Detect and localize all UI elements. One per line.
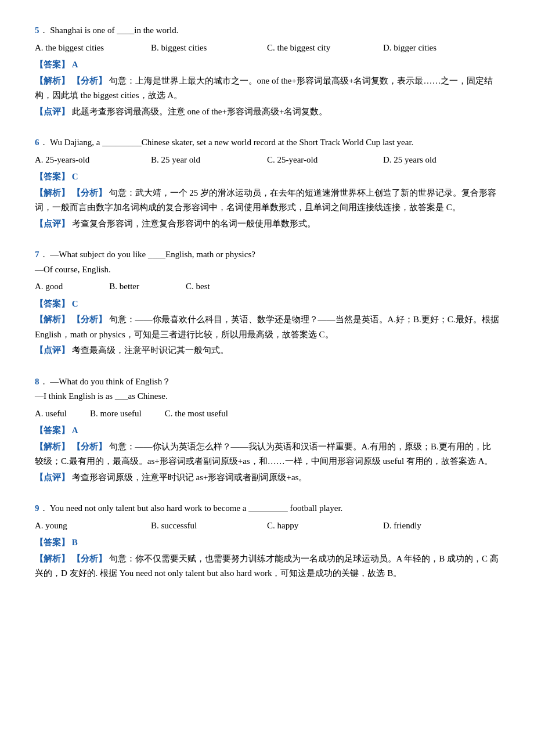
q8-option-c: C. the most useful <box>165 406 228 422</box>
q7-option-c-label: C. <box>186 282 194 291</box>
q9-dot: ． <box>39 503 48 513</box>
q6-analysis-label: 【解析】 <box>35 188 70 197</box>
question-8: 8． —What do you think of English？ —I thi… <box>35 375 499 485</box>
q6-answer-value: C <box>72 172 78 181</box>
q7-answer-value: C <box>72 299 78 308</box>
q5-dot: ． <box>39 26 48 35</box>
q5-answer: 【答案】 A <box>35 57 499 73</box>
q6-option-c: C. 25-year-old <box>267 153 383 168</box>
q5-number: 5 <box>35 26 39 35</box>
q9-option-b-text: successful <box>161 521 197 530</box>
q5-option-a-text: the biggest cities <box>45 43 104 52</box>
q5-option-b-text: biggest cities <box>161 43 207 52</box>
q5-option-d-label: D. <box>383 43 392 52</box>
q5-answer-label: 【答案】 <box>35 60 70 69</box>
q6-comment-label: 【点评】 <box>35 219 70 228</box>
q8-option-c-text: the most useful <box>175 409 228 418</box>
q6-option-a-label: A. <box>35 155 44 164</box>
q6-option-a-text: 25-years-old <box>45 155 89 164</box>
q8-analysis-inner-label: 【分析】 <box>72 442 107 451</box>
q7-answer-label: 【答案】 <box>35 299 70 308</box>
q5-option-c-label: C. <box>267 43 275 52</box>
q5-option-a: A. the biggest cities <box>35 41 151 56</box>
q6-analysis: 【解析】 【分析】 句意：武大靖，一个 25 岁的滑冰运动员，在去年的短道速滑世… <box>35 186 499 215</box>
q8-comment-text: 考查形容词原级，注意平时识记 as+形容词或者副词原级+as。 <box>72 473 308 482</box>
q8-dot: ． <box>39 377 48 386</box>
page-content: 5． Shanghai is one of ____in the world. … <box>35 23 499 581</box>
q5-option-d-text: bigger cities <box>394 43 436 52</box>
q6-comment-text: 考查复合形容词，注意复合形容词中的名词一般使用单数形式。 <box>72 219 316 228</box>
q7-dot: ． <box>39 250 48 259</box>
q9-option-a-text: young <box>45 521 67 530</box>
q8-answer: 【答案】 A <box>35 423 499 438</box>
q6-option-d-label: D. <box>383 155 392 164</box>
q9-options: A. young B. successful C. happy D. frien… <box>35 519 499 534</box>
q7-question-text1: 7． —What subject do you like ____English… <box>35 247 499 262</box>
q8-number: 8 <box>35 377 39 386</box>
q5-comment-text: 此题考查形容词最高级。注意 one of the+形容词最高级+名词复数。 <box>72 107 328 116</box>
q5-text: Shanghai is one of ____in the world. <box>50 26 178 35</box>
q9-option-c-text: happy <box>277 521 299 530</box>
q8-analysis: 【解析】 【分析】 句意：——你认为英语怎么样？——我认为英语和汉语一样重要。A… <box>35 440 499 469</box>
q7-option-a-label: A. <box>35 282 44 291</box>
q7-comment-label: 【点评】 <box>35 345 70 355</box>
q9-text: You need not only talent but also hard w… <box>50 503 343 513</box>
q8-comment-label: 【点评】 <box>35 473 70 482</box>
q8-option-b-text: more useful <box>100 409 142 418</box>
q8-question-text2: —I think English is as ___as Chinese. <box>35 389 499 404</box>
q5-answer-value: A <box>72 60 78 69</box>
q6-comment: 【点评】 考查复合形容词，注意复合形容词中的名词一般使用单数形式。 <box>35 217 499 232</box>
q7-analysis: 【解析】 【分析】 句意：——你最喜欢什么科目，英语、数学还是物理？——当然是英… <box>35 312 499 342</box>
q9-number: 9 <box>35 503 39 513</box>
q6-answer-label: 【答案】 <box>35 172 70 181</box>
q6-option-b-label: B. <box>151 155 159 164</box>
q8-option-b: B. more useful <box>90 406 142 422</box>
q8-question-text1: 8． —What do you think of English？ <box>35 375 499 390</box>
q6-text: Wu Dajiang, a _________Chinese skater, s… <box>50 138 413 147</box>
q7-analysis-label: 【解析】 <box>35 315 70 324</box>
q8-option-a: A. useful <box>35 406 67 422</box>
q6-analysis-inner-label: 【分析】 <box>72 188 107 197</box>
q9-answer-label: 【答案】 <box>35 538 70 547</box>
q7-option-c: C. best <box>186 279 210 294</box>
q7-options: A. good B. better C. best <box>35 279 499 294</box>
q7-comment-text: 考查最高级，注意平时识记其一般句式。 <box>72 345 229 355</box>
q5-options: A. the biggest cities B. biggest cities … <box>35 41 499 56</box>
q8-option-b-label: B. <box>90 409 98 418</box>
q7-comment: 【点评】 考查最高级，注意平时识记其一般句式。 <box>35 343 499 358</box>
question-5: 5． Shanghai is one of ____in the world. … <box>35 23 499 119</box>
q9-option-c-label: C. <box>267 521 275 530</box>
q8-text1: —What do you think of English？ <box>50 377 171 386</box>
q7-question-text2: —Of course, English. <box>35 262 499 278</box>
q9-analysis-label: 【解析】 <box>35 554 70 563</box>
q9-option-a: A. young <box>35 519 151 534</box>
q8-analysis-label: 【解析】 <box>35 442 70 451</box>
q7-text1: —What subject do you like ____English, m… <box>50 250 255 259</box>
q5-question-text: 5． Shanghai is one of ____in the world. <box>35 23 499 38</box>
q6-option-c-text: 25-year-old <box>277 155 318 164</box>
q6-options: A. 25-years-old B. 25 year old C. 25-yea… <box>35 153 499 168</box>
q5-analysis: 【解析】 【分析】 句意：上海是世界上最大的城市之一。one of the+形容… <box>35 74 499 103</box>
q7-option-a-text: good <box>45 282 63 291</box>
q8-options: A. useful B. more useful C. the most use… <box>35 406 499 422</box>
q7-option-b-label: B. <box>109 282 117 291</box>
q5-comment-label: 【点评】 <box>35 107 70 116</box>
question-6: 6． Wu Dajiang, a _________Chinese skater… <box>35 135 499 231</box>
q9-option-a-label: A. <box>35 521 44 530</box>
q7-analysis-inner-label: 【分析】 <box>72 315 107 324</box>
q5-option-c: C. the biggest city <box>267 41 383 56</box>
q7-number: 7 <box>35 250 39 259</box>
q9-option-c: C. happy <box>267 519 383 534</box>
q7-option-b: B. better <box>109 279 139 294</box>
q9-analysis-inner-label: 【分析】 <box>72 554 107 563</box>
q8-text2: —I think English is as ___as Chinese. <box>35 391 168 401</box>
q8-option-a-label: A. <box>35 409 44 418</box>
q5-option-d: D. bigger cities <box>383 41 499 56</box>
q7-text2: —Of course, English. <box>35 265 111 274</box>
q7-option-b-text: better <box>120 282 139 291</box>
q6-option-b: B. 25 year old <box>151 153 267 168</box>
question-9: 9． You need not only talent but also har… <box>35 501 499 581</box>
q5-analysis-label: 【解析】 <box>35 76 70 85</box>
q5-option-a-label: A. <box>35 43 44 52</box>
q6-number: 6 <box>35 138 39 147</box>
